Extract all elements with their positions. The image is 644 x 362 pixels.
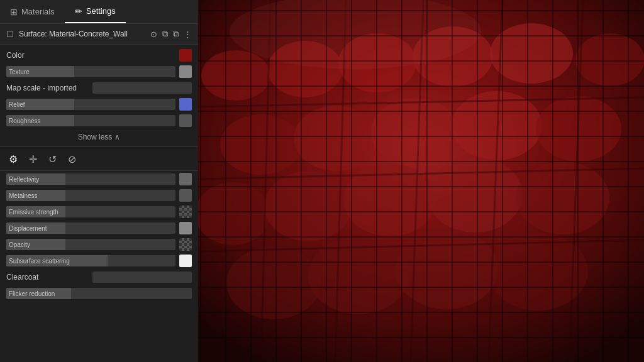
prop-row-relief: Relief <box>0 96 198 112</box>
svg-point-4 <box>413 26 493 87</box>
svg-point-8 <box>294 106 379 171</box>
tab-materials-label: Materials <box>21 7 55 16</box>
sidebar-panel: ⊞ Materials ✏ Settings ☐ Surface: Materi… <box>0 0 198 362</box>
prop-color-swatch-reflectivity[interactable] <box>179 173 192 185</box>
surface-actions: ⊙ ⧉ ⧉ ⋮ <box>150 29 192 39</box>
svg-point-10 <box>452 91 542 160</box>
prop-row-map-scale: Map scale - imported <box>0 80 198 96</box>
tab-settings[interactable]: ✏ Settings <box>65 0 126 23</box>
svg-point-17 <box>226 246 321 319</box>
prop-checker-opacity[interactable] <box>179 238 192 251</box>
surface-action-copy1[interactable]: ⧉ <box>162 29 168 39</box>
settings-icon: ✏ <box>75 6 82 16</box>
prop-color-swatch-subsurface[interactable] <box>179 255 192 267</box>
prop-color-swatch-relief[interactable] <box>179 98 192 111</box>
svg-point-16 <box>516 162 609 234</box>
tool-leaf-icon[interactable]: ⊘ <box>68 153 76 165</box>
prop-color-swatch-roughness[interactable] <box>179 114 192 127</box>
prop-slider-map-scale[interactable] <box>92 82 192 94</box>
surface-header: ☐ Surface: Material-Concrete_Wall ⊙ ⧉ ⧉ … <box>0 24 198 45</box>
svg-point-9 <box>371 98 459 166</box>
prop-slider-reflectivity[interactable]: Reflectivity <box>6 173 175 185</box>
prop-row-reflectivity: Reflectivity <box>0 171 198 187</box>
materials-icon: ⊞ <box>10 7 18 17</box>
prop-slider-relief[interactable]: Relief <box>6 99 175 110</box>
tab-settings-label: Settings <box>86 6 116 16</box>
svg-line-21 <box>198 97 644 107</box>
svg-point-5 <box>490 23 573 84</box>
svg-point-18 <box>308 236 409 314</box>
prop-row-color: Color <box>0 47 198 63</box>
prop-slider-subsurface-scattering[interactable]: Subsurface scattering <box>6 255 175 266</box>
svg-line-23 <box>198 240 644 251</box>
svg-point-14 <box>343 163 436 236</box>
surface-type-icon: ☐ <box>6 30 14 39</box>
prop-row-displacement: Displacement <box>0 220 198 236</box>
prop-slider-opacity[interactable]: Opacity <box>6 239 175 250</box>
svg-point-11 <box>536 96 621 162</box>
svg-line-27 <box>489 0 502 362</box>
svg-point-15 <box>427 157 523 233</box>
svg-line-22 <box>198 168 644 179</box>
tool-move-icon[interactable]: ✛ <box>29 153 37 165</box>
svg-point-12 <box>198 182 270 245</box>
prop-row-texture: Texture <box>0 63 198 80</box>
prop-color-swatch-color[interactable] <box>179 49 192 62</box>
svg-point-13 <box>264 171 352 241</box>
prop-slider-displacement[interactable]: Displacement <box>6 222 175 234</box>
prop-row-emissive-strength: Emissive strength <box>0 204 198 220</box>
surface-action-copy2[interactable]: ⧉ <box>173 29 179 39</box>
svg-point-20 <box>487 233 588 310</box>
svg-point-7 <box>220 114 302 175</box>
surface-action-more[interactable]: ⋮ <box>184 30 192 39</box>
tool-history-icon[interactable]: ↺ <box>48 153 57 165</box>
show-less-chevron-icon: ∧ <box>114 133 120 141</box>
prop-slider-emissive-strength[interactable]: Emissive strength <box>6 206 175 217</box>
prop-slider-flicker-reduction[interactable]: Flicker reduction <box>6 288 192 299</box>
surface-action-edit[interactable]: ⊙ <box>150 30 157 39</box>
prop-row-clearcoat: Clearcoat <box>0 269 198 285</box>
prop-color-swatch-displacement[interactable] <box>179 222 192 234</box>
prop-checker-emissive[interactable] <box>179 206 192 218</box>
prop-row-roughness: Roughness <box>0 112 198 129</box>
svg-point-19 <box>395 229 498 309</box>
properties-panel: Color Texture Map scale - imported Relie… <box>0 45 198 362</box>
prop-color-swatch-texture[interactable] <box>179 65 192 78</box>
prop-row-opacity: Opacity <box>0 236 198 253</box>
prop-slider-texture[interactable]: Texture <box>6 66 175 77</box>
tool-sliders-icon[interactable]: ⚙ <box>9 153 18 165</box>
svg-point-1 <box>201 50 270 101</box>
prop-row-metalness: Metalness <box>0 187 198 204</box>
tab-bar: ⊞ Materials ✏ Settings <box>0 0 198 24</box>
leather-render <box>198 0 644 362</box>
show-less-button[interactable]: Show less ∧ <box>0 129 198 145</box>
svg-point-6 <box>575 33 644 86</box>
divider-1 <box>0 146 198 147</box>
svg-line-28 <box>569 0 583 362</box>
svg-point-29 <box>230 0 481 69</box>
svg-point-2 <box>267 41 343 97</box>
show-less-label: Show less <box>78 133 113 141</box>
surface-label: Surface: Material-Concrete_Wall <box>19 30 145 38</box>
prop-label-map-scale: Map scale - imported <box>6 84 89 92</box>
svg-point-3 <box>338 33 416 92</box>
prop-label-color: Color <box>6 51 175 60</box>
prop-row-subsurface-scattering: Subsurface scattering <box>0 253 198 269</box>
prop-slider-roughness[interactable]: Roughness <box>6 115 175 126</box>
prop-row-flicker-reduction: Flicker reduction <box>0 285 198 302</box>
prop-slider-clearcoat[interactable] <box>92 272 192 283</box>
tools-row: ⚙ ✛ ↺ ⊘ <box>0 148 198 171</box>
svg-line-25 <box>335 0 346 362</box>
svg-rect-0 <box>198 0 644 362</box>
prop-slider-metalness[interactable]: Metalness <box>6 190 175 201</box>
svg-line-26 <box>411 0 423 362</box>
tab-materials[interactable]: ⊞ Materials <box>0 0 65 23</box>
prop-label-clearcoat: Clearcoat <box>6 273 89 282</box>
svg-line-24 <box>261 0 270 362</box>
prop-color-swatch-metalness[interactable] <box>179 189 192 202</box>
